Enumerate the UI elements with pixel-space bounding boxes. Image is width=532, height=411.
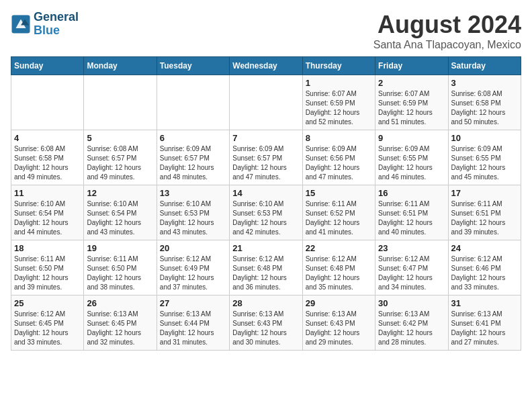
- calendar-cell-week1-day0: 4Sunrise: 6:08 AM Sunset: 6:58 PM Daylig…: [11, 130, 84, 185]
- day-info: Sunrise: 6:10 AM Sunset: 6:54 PM Dayligh…: [14, 199, 81, 237]
- day-number: 8: [306, 133, 372, 143]
- day-number: 16: [378, 188, 445, 198]
- calendar-cell-week3-day3: 21Sunrise: 6:12 AM Sunset: 6:48 PM Dayli…: [230, 240, 302, 295]
- calendar-cell-week0-day2: [157, 75, 229, 130]
- day-info: Sunrise: 6:11 AM Sunset: 6:50 PM Dayligh…: [87, 255, 153, 292]
- day-number: 29: [306, 298, 372, 308]
- day-number: 10: [451, 133, 518, 143]
- day-info: Sunrise: 6:13 AM Sunset: 6:43 PM Dayligh…: [306, 310, 372, 347]
- day-info: Sunrise: 6:12 AM Sunset: 6:47 PM Dayligh…: [378, 255, 445, 292]
- day-info: Sunrise: 6:13 AM Sunset: 6:42 PM Dayligh…: [378, 310, 445, 347]
- weekday-header-saturday: Saturday: [448, 57, 521, 75]
- day-info: Sunrise: 6:08 AM Sunset: 6:58 PM Dayligh…: [451, 89, 518, 127]
- day-number: 19: [87, 243, 153, 253]
- title-area: August 2024 Santa Ana Tlapacoyan, Mexico: [373, 11, 521, 51]
- day-info: Sunrise: 6:07 AM Sunset: 6:59 PM Dayligh…: [378, 89, 445, 127]
- calendar-cell-week2-day5: 16Sunrise: 6:11 AM Sunset: 6:51 PM Dayli…: [375, 185, 448, 240]
- day-info: Sunrise: 6:08 AM Sunset: 6:57 PM Dayligh…: [87, 144, 153, 182]
- day-number: 21: [232, 243, 299, 253]
- calendar-cell-week0-day1: [84, 75, 157, 130]
- calendar-cell-week1-day4: 8Sunrise: 6:09 AM Sunset: 6:56 PM Daylig…: [302, 130, 375, 185]
- calendar-cell-week2-day3: 14Sunrise: 6:10 AM Sunset: 6:53 PM Dayli…: [230, 185, 302, 240]
- day-info: Sunrise: 6:07 AM Sunset: 6:59 PM Dayligh…: [306, 89, 372, 127]
- day-info: Sunrise: 6:11 AM Sunset: 6:50 PM Dayligh…: [14, 255, 81, 292]
- calendar-cell-week0-day6: 3Sunrise: 6:08 AM Sunset: 6:58 PM Daylig…: [448, 75, 521, 130]
- logo-text: General Blue: [34, 11, 79, 38]
- day-info: Sunrise: 6:11 AM Sunset: 6:51 PM Dayligh…: [451, 199, 518, 237]
- day-number: 2: [378, 78, 445, 88]
- calendar-cell-week3-day6: 24Sunrise: 6:12 AM Sunset: 6:46 PM Dayli…: [448, 240, 521, 295]
- calendar-cell-week1-day5: 9Sunrise: 6:09 AM Sunset: 6:55 PM Daylig…: [375, 130, 448, 185]
- day-number: 11: [14, 188, 81, 198]
- calendar-cell-week0-day0: [11, 75, 84, 130]
- calendar-subtitle: Santa Ana Tlapacoyan, Mexico: [373, 39, 521, 51]
- day-number: 22: [306, 243, 372, 253]
- day-info: Sunrise: 6:09 AM Sunset: 6:55 PM Dayligh…: [451, 144, 518, 182]
- weekday-header-friday: Friday: [375, 57, 448, 75]
- day-info: Sunrise: 6:12 AM Sunset: 6:45 PM Dayligh…: [14, 310, 81, 347]
- day-number: 25: [14, 298, 81, 308]
- day-info: Sunrise: 6:13 AM Sunset: 6:45 PM Dayligh…: [87, 310, 153, 347]
- calendar-cell-week4-day5: 30Sunrise: 6:13 AM Sunset: 6:42 PM Dayli…: [375, 295, 448, 351]
- day-number: 24: [451, 243, 518, 253]
- day-number: 26: [87, 298, 153, 308]
- day-info: Sunrise: 6:10 AM Sunset: 6:53 PM Dayligh…: [232, 199, 299, 237]
- weekday-header-tuesday: Tuesday: [157, 57, 229, 75]
- weekday-header-monday: Monday: [84, 57, 157, 75]
- day-number: 7: [232, 133, 299, 143]
- calendar-title: August 2024: [373, 11, 521, 39]
- calendar-cell-week1-day3: 7Sunrise: 6:09 AM Sunset: 6:57 PM Daylig…: [230, 130, 302, 185]
- day-number: 9: [378, 133, 445, 143]
- logo-icon: [11, 14, 31, 34]
- day-info: Sunrise: 6:13 AM Sunset: 6:44 PM Dayligh…: [160, 310, 226, 347]
- calendar-cell-week1-day2: 6Sunrise: 6:09 AM Sunset: 6:57 PM Daylig…: [157, 130, 229, 185]
- calendar-cell-week3-day0: 18Sunrise: 6:11 AM Sunset: 6:50 PM Dayli…: [11, 240, 84, 295]
- calendar-cell-week0-day5: 2Sunrise: 6:07 AM Sunset: 6:59 PM Daylig…: [375, 75, 448, 130]
- calendar-cell-week4-day3: 28Sunrise: 6:13 AM Sunset: 6:43 PM Dayli…: [230, 295, 302, 351]
- calendar-table: SundayMondayTuesdayWednesdayThursdayFrid…: [11, 56, 521, 351]
- day-info: Sunrise: 6:09 AM Sunset: 6:57 PM Dayligh…: [232, 144, 299, 182]
- calendar-cell-week2-day6: 17Sunrise: 6:11 AM Sunset: 6:51 PM Dayli…: [448, 185, 521, 240]
- day-number: 30: [378, 298, 445, 308]
- header-area: General Blue August 2024 Santa Ana Tlapa…: [11, 11, 521, 51]
- weekday-header-thursday: Thursday: [302, 57, 375, 75]
- calendar-cell-week2-day0: 11Sunrise: 6:10 AM Sunset: 6:54 PM Dayli…: [11, 185, 84, 240]
- day-number: 23: [378, 243, 445, 253]
- calendar-cell-week2-day2: 13Sunrise: 6:10 AM Sunset: 6:53 PM Dayli…: [157, 185, 229, 240]
- day-info: Sunrise: 6:09 AM Sunset: 6:56 PM Dayligh…: [306, 144, 372, 182]
- calendar-cell-week3-day2: 20Sunrise: 6:12 AM Sunset: 6:49 PM Dayli…: [157, 240, 229, 295]
- calendar-cell-week4-day4: 29Sunrise: 6:13 AM Sunset: 6:43 PM Dayli…: [302, 295, 375, 351]
- day-number: 6: [160, 133, 226, 143]
- calendar-cell-week4-day2: 27Sunrise: 6:13 AM Sunset: 6:44 PM Dayli…: [157, 295, 229, 351]
- day-info: Sunrise: 6:10 AM Sunset: 6:53 PM Dayligh…: [160, 199, 226, 237]
- calendar-cell-week4-day6: 31Sunrise: 6:13 AM Sunset: 6:41 PM Dayli…: [448, 295, 521, 351]
- day-number: 14: [232, 188, 299, 198]
- day-number: 3: [451, 78, 518, 88]
- logo: General Blue: [11, 11, 79, 38]
- day-info: Sunrise: 6:11 AM Sunset: 6:52 PM Dayligh…: [306, 199, 372, 237]
- weekday-header-wednesday: Wednesday: [230, 57, 302, 75]
- calendar-cell-week1-day1: 5Sunrise: 6:08 AM Sunset: 6:57 PM Daylig…: [84, 130, 157, 185]
- weekday-header-sunday: Sunday: [11, 57, 84, 75]
- day-number: 12: [87, 188, 153, 198]
- day-info: Sunrise: 6:10 AM Sunset: 6:54 PM Dayligh…: [87, 199, 153, 237]
- day-number: 1: [306, 78, 372, 88]
- day-number: 18: [14, 243, 81, 253]
- calendar-cell-week2-day4: 15Sunrise: 6:11 AM Sunset: 6:52 PM Dayli…: [302, 185, 375, 240]
- calendar-cell-week1-day6: 10Sunrise: 6:09 AM Sunset: 6:55 PM Dayli…: [448, 130, 521, 185]
- day-info: Sunrise: 6:12 AM Sunset: 6:49 PM Dayligh…: [160, 255, 226, 292]
- calendar-cell-week0-day4: 1Sunrise: 6:07 AM Sunset: 6:59 PM Daylig…: [302, 75, 375, 130]
- day-info: Sunrise: 6:12 AM Sunset: 6:48 PM Dayligh…: [306, 255, 372, 292]
- day-number: 17: [451, 188, 518, 198]
- day-info: Sunrise: 6:13 AM Sunset: 6:43 PM Dayligh…: [232, 310, 299, 347]
- day-info: Sunrise: 6:13 AM Sunset: 6:41 PM Dayligh…: [451, 310, 518, 347]
- calendar-cell-week4-day1: 26Sunrise: 6:13 AM Sunset: 6:45 PM Dayli…: [84, 295, 157, 351]
- day-info: Sunrise: 6:09 AM Sunset: 6:57 PM Dayligh…: [160, 144, 226, 182]
- calendar-cell-week0-day3: [230, 75, 302, 130]
- day-number: 27: [160, 298, 226, 308]
- calendar-cell-week3-day5: 23Sunrise: 6:12 AM Sunset: 6:47 PM Dayli…: [375, 240, 448, 295]
- day-number: 13: [160, 188, 226, 198]
- day-number: 15: [306, 188, 372, 198]
- day-info: Sunrise: 6:12 AM Sunset: 6:46 PM Dayligh…: [451, 255, 518, 292]
- day-number: 31: [451, 298, 518, 308]
